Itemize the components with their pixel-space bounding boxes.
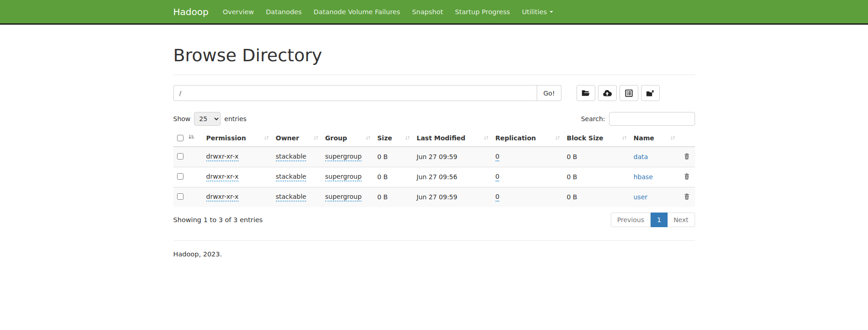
page-size-select[interactable]: 25 (194, 112, 221, 126)
replication-cell[interactable]: 0 (496, 193, 500, 202)
search-input[interactable] (609, 112, 695, 126)
previous-page-button[interactable]: Previous (611, 213, 651, 227)
size-cell: 0 B (377, 193, 388, 201)
path-input-group: Go! (173, 85, 561, 101)
column-header-permission[interactable]: Permission (203, 131, 272, 147)
file-list-button[interactable] (620, 85, 638, 101)
directory-link[interactable]: user (634, 193, 648, 201)
column-header-last-modified[interactable]: Last Modified (413, 131, 492, 147)
group-cell[interactable]: supergroup (325, 173, 362, 181)
trash-icon (684, 195, 690, 202)
file-action-buttons (577, 85, 660, 101)
row-checkbox[interactable] (177, 153, 183, 160)
select-all-checkbox[interactable] (177, 135, 183, 141)
block-size-cell: 0 B (567, 153, 577, 160)
owner-cell[interactable]: stackable (276, 193, 307, 202)
column-header-group[interactable]: Group (322, 131, 374, 147)
folder-move-icon (646, 89, 655, 97)
pagination: Previous 1 Next (611, 213, 695, 227)
sort-icon[interactable] (313, 135, 319, 142)
create-directory-button[interactable] (577, 85, 595, 101)
sort-icon[interactable] (404, 135, 410, 142)
footer-text: Hadoop, 2023. (173, 250, 695, 258)
entries-label: entries (224, 115, 247, 122)
select-all-header[interactable] (173, 131, 203, 147)
replication-cell[interactable]: 0 (496, 173, 500, 181)
owner-cell[interactable]: stackable (276, 173, 307, 181)
table-row: drwxr-xr-x stackable supergroup 0 B Jun … (173, 147, 695, 167)
replication-cell[interactable]: 0 (496, 153, 500, 161)
size-cell: 0 B (377, 153, 388, 160)
delete-button[interactable] (683, 152, 691, 162)
caret-down-icon (550, 11, 553, 13)
table-row: drwxr-xr-x stackable supergroup 0 B Jun … (173, 167, 695, 187)
permission-cell[interactable]: drwxr-xr-x (206, 193, 239, 202)
nav-item-utilities-label: Utilities (522, 8, 547, 16)
row-checkbox[interactable] (177, 173, 183, 180)
delete-button[interactable] (683, 172, 691, 182)
column-header-block-size[interactable]: Block Size (563, 131, 630, 147)
table-header-row: Permission Owner Group (173, 131, 695, 147)
sort-icon[interactable] (670, 135, 676, 142)
nav-item-snapshot[interactable]: Snapshot (406, 0, 449, 23)
sort-icon[interactable] (365, 135, 371, 142)
owner-cell[interactable]: stackable (276, 153, 307, 161)
column-header-size[interactable]: Size (374, 131, 413, 147)
column-header-name[interactable]: Name (630, 131, 679, 147)
last-modified-cell: Jun 27 09:59 (417, 193, 458, 201)
page-1-button[interactable]: 1 (651, 213, 668, 227)
next-page-button[interactable]: Next (668, 213, 695, 227)
title-divider (173, 75, 695, 75)
go-button[interactable]: Go! (537, 85, 561, 101)
column-header-owner[interactable]: Owner (272, 131, 322, 147)
table-row: drwxr-xr-x stackable supergroup 0 B Jun … (173, 187, 695, 207)
trash-icon (684, 154, 690, 161)
page-title: Browse Directory (173, 45, 695, 65)
folder-open-icon (581, 89, 590, 97)
nav-item-overview[interactable]: Overview (217, 0, 260, 23)
directory-path-input[interactable] (173, 85, 538, 101)
size-cell: 0 B (377, 173, 388, 181)
nav-item-utilities-dropdown[interactable]: Utilities (516, 0, 560, 23)
sort-icon[interactable] (483, 135, 489, 142)
permission-cell[interactable]: drwxr-xr-x (206, 173, 239, 181)
trash-icon (684, 175, 690, 181)
nav-item-datanodes[interactable]: Datanodes (260, 0, 307, 23)
upload-files-button[interactable] (598, 85, 617, 101)
nav-item-datanode-volume-failures[interactable]: Datanode Volume Failures (307, 0, 406, 23)
sort-amount-icon[interactable] (188, 134, 194, 142)
column-header-actions (679, 131, 695, 147)
search-label: Search: (581, 115, 605, 122)
last-modified-cell: Jun 27 09:59 (417, 153, 458, 160)
footer-divider (173, 240, 695, 241)
move-files-button[interactable] (641, 85, 660, 101)
permission-cell[interactable]: drwxr-xr-x (206, 153, 239, 161)
sort-icon[interactable] (621, 135, 627, 142)
last-modified-cell: Jun 27 09:56 (417, 173, 458, 181)
list-alt-icon (625, 89, 633, 97)
directory-table: Permission Owner Group (173, 131, 695, 207)
upload-icon (603, 89, 612, 97)
sort-icon[interactable] (264, 135, 270, 142)
nav-item-startup-progress[interactable]: Startup Progress (449, 0, 516, 23)
sort-icon[interactable] (555, 135, 561, 142)
show-label: Show (173, 115, 191, 122)
row-checkbox[interactable] (177, 193, 183, 200)
brand-hadoop[interactable]: Hadoop (173, 6, 209, 17)
directory-link[interactable]: data (634, 153, 648, 160)
group-cell[interactable]: supergroup (325, 193, 362, 202)
group-cell[interactable]: supergroup (325, 153, 362, 161)
column-header-replication[interactable]: Replication (492, 131, 563, 147)
directory-link[interactable]: hbase (634, 173, 653, 181)
block-size-cell: 0 B (567, 193, 577, 201)
entries-info: Showing 1 to 3 of 3 entries (173, 216, 263, 224)
top-navbar: Hadoop Overview Datanodes Datanode Volum… (0, 0, 868, 25)
delete-button[interactable] (683, 192, 691, 202)
block-size-cell: 0 B (567, 173, 577, 181)
